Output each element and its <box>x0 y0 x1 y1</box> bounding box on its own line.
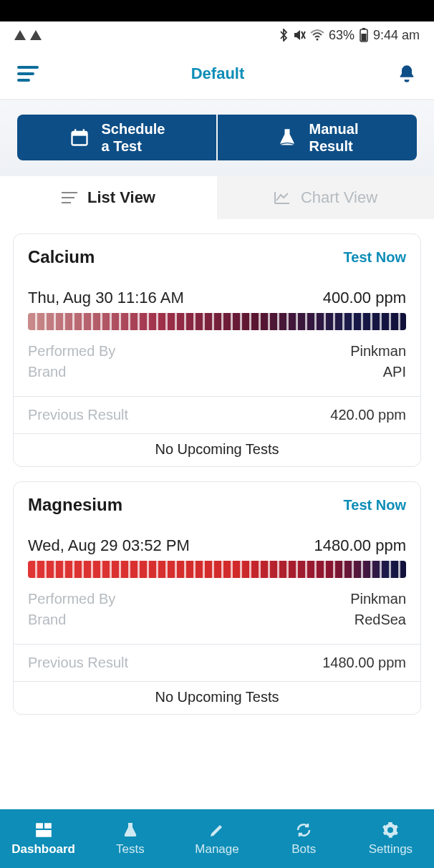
pencil-icon <box>208 821 226 839</box>
brand-value: API <box>383 364 406 380</box>
list-icon <box>62 192 77 203</box>
bluetooth-icon <box>279 29 289 42</box>
schedule-test-label: Schedule a Test <box>102 120 165 155</box>
content-area[interactable]: Calcium Test Now Thu, Aug 30 11:16 AM 40… <box>0 219 434 809</box>
flask-icon <box>276 127 298 148</box>
nav-manage-label: Manage <box>195 842 238 857</box>
svg-point-2 <box>316 39 318 41</box>
nav-bots[interactable]: Bots <box>261 809 347 868</box>
brand-value: RedSea <box>355 612 406 628</box>
nav-settings[interactable]: Settings <box>347 809 434 868</box>
nav-dashboard-label: Dashboard <box>11 842 75 857</box>
battery-icon <box>359 28 369 42</box>
test-now-button[interactable]: Test Now <box>344 249 406 266</box>
wifi-icon <box>310 29 324 41</box>
warning-icon <box>30 30 42 40</box>
svg-rect-7 <box>72 132 87 136</box>
tab-chart-view[interactable]: Chart View <box>217 176 434 219</box>
svg-rect-8 <box>74 129 76 133</box>
notifications-button[interactable] <box>397 64 417 84</box>
gear-icon <box>381 821 400 839</box>
brand-label: Brand <box>28 612 66 628</box>
view-tabs: List View Chart View <box>0 176 434 219</box>
result-gradient-bar <box>28 313 406 330</box>
test-datetime: Thu, Aug 30 11:16 AM <box>28 289 184 307</box>
performed-by-label: Performed By <box>28 591 115 607</box>
menu-button[interactable] <box>17 66 39 82</box>
svg-rect-9 <box>82 129 84 133</box>
mute-icon <box>293 29 306 42</box>
nav-manage[interactable]: Manage <box>173 809 260 868</box>
brand-label: Brand <box>28 364 66 380</box>
test-name: Calcium <box>28 247 95 267</box>
test-value: 400.00 ppm <box>323 289 406 307</box>
previous-result-value: 1480.00 ppm <box>322 655 406 671</box>
test-card-magnesium: Magnesium Test Now Wed, Aug 29 03:52 PM … <box>13 481 421 715</box>
previous-result-label: Previous Result <box>28 655 128 671</box>
nav-tests-label: Tests <box>116 842 145 857</box>
dashboard-icon <box>34 821 53 839</box>
test-datetime: Wed, Aug 29 03:52 PM <box>28 536 190 555</box>
action-row: Schedule a Test Manual Result <box>0 100 434 176</box>
app-screen: 63% 9:44 am Default Schedule a Test <box>0 21 434 868</box>
previous-result-value: 420.00 ppm <box>330 407 406 423</box>
svg-rect-5 <box>361 34 366 41</box>
status-right: 63% 9:44 am <box>279 28 420 43</box>
manual-result-button[interactable]: Manual Result <box>218 115 417 160</box>
flask-icon <box>121 821 140 839</box>
page-title[interactable]: Default <box>191 64 245 83</box>
nav-tests[interactable]: Tests <box>87 809 173 868</box>
chart-icon <box>274 191 291 205</box>
tab-chart-label: Chart View <box>301 188 377 207</box>
svg-rect-4 <box>362 28 365 29</box>
test-name: Magnesium <box>28 495 122 515</box>
performed-by-label: Performed By <box>28 343 115 360</box>
test-now-button[interactable]: Test Now <box>344 497 406 513</box>
previous-result-label: Previous Result <box>28 407 128 423</box>
test-card-calcium: Calcium Test Now Thu, Aug 30 11:16 AM 40… <box>13 233 421 467</box>
nav-settings-label: Settings <box>369 842 413 857</box>
manual-result-label: Manual Result <box>309 120 359 155</box>
tab-list-label: List View <box>87 188 155 207</box>
svg-rect-12 <box>36 830 52 837</box>
refresh-icon <box>294 821 313 839</box>
svg-rect-11 <box>44 823 52 829</box>
test-value: 1480.00 ppm <box>314 536 406 555</box>
nav-bots-label: Bots <box>291 842 316 857</box>
tab-list-view[interactable]: List View <box>0 176 217 219</box>
battery-percent: 63% <box>329 28 355 43</box>
app-header: Default <box>0 49 434 100</box>
warning-icon <box>14 30 26 40</box>
no-upcoming-label: No Upcoming Tests <box>14 681 420 714</box>
nav-dashboard[interactable]: Dashboard <box>0 809 87 868</box>
status-time: 9:44 am <box>373 28 420 43</box>
status-left <box>14 30 42 40</box>
performed-by-value: Pinkman <box>350 591 406 607</box>
calendar-icon <box>69 127 90 148</box>
schedule-test-button[interactable]: Schedule a Test <box>17 115 216 160</box>
bottom-nav: Dashboard Tests Manage Bots Settings <box>0 809 434 868</box>
status-bar: 63% 9:44 am <box>0 21 434 49</box>
svg-rect-10 <box>36 823 43 829</box>
no-upcoming-label: No Upcoming Tests <box>14 433 420 466</box>
performed-by-value: Pinkman <box>350 343 406 360</box>
result-gradient-bar <box>28 561 406 578</box>
